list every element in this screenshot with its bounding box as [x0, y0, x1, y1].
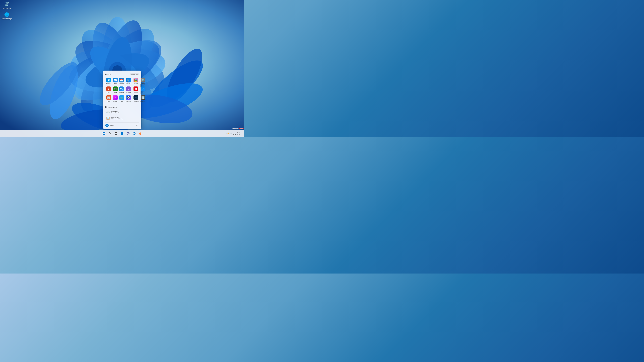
todo-icon: ✓ — [141, 86, 146, 91]
start-menu: Pinned All apps › Microsoft Edge ✉️ Mail… — [103, 70, 142, 129]
mail-icon: ✉️ — [113, 78, 118, 82]
recycle-bin-icon[interactable]: 🗑️ Recycle Bin — [1, 1, 12, 9]
app-news[interactable]: 📰 News — [105, 94, 112, 103]
get-started-title: Get Started — [111, 116, 124, 118]
svg-rect-35 — [115, 134, 116, 135]
svg-point-20 — [160, 44, 209, 107]
watermark: NOTEBOOK CHECK — [232, 128, 244, 129]
app-picsart[interactable]: P PicsArt — [113, 94, 118, 103]
power-button[interactable]: ⏻ — [135, 123, 139, 127]
tray-volume[interactable]: 🔊 — [230, 133, 232, 134]
app-twitter[interactable]: 🐦 Twitter — [119, 94, 124, 103]
taskbar-center — [101, 131, 143, 136]
task-view-button[interactable] — [113, 131, 119, 136]
store-label: Microsoft Store — [126, 83, 132, 84]
picsart-icon: P — [113, 95, 118, 100]
svg-point-26 — [34, 57, 84, 111]
user-name: Naren — [110, 124, 114, 126]
recommended-list: ☁️ OneDrive Recently added 🪟 Get Started… — [105, 109, 139, 121]
user-info[interactable]: N Naren — [105, 124, 114, 127]
messenger-icon: 💬 — [126, 95, 131, 100]
todo-label: To Do — [142, 92, 145, 93]
scroll-thumb — [140, 84, 140, 87]
svg-rect-27 — [103, 132, 104, 133]
twitter-label: Twitter — [120, 100, 124, 102]
edge-icon — [106, 78, 111, 82]
netflix-icon: N — [134, 86, 138, 91]
start-button[interactable] — [101, 131, 107, 136]
svg-rect-40 — [122, 133, 123, 135]
app-settings[interactable]: ⚙️ Settings — [140, 77, 146, 85]
search-button[interactable] — [107, 131, 113, 136]
app-messenger[interactable]: 💬 Messenger — [125, 94, 132, 103]
chat-button[interactable] — [126, 131, 131, 136]
settings-label: Settings — [141, 83, 146, 84]
app-calculator[interactable]: 🔢 Calculator — [140, 94, 146, 103]
svg-rect-28 — [104, 132, 105, 133]
notification-area[interactable] — [241, 132, 242, 136]
taskbar-clock[interactable]: 4:08 6/15/2021 — [233, 131, 240, 136]
calculator-icon: 🔢 — [141, 95, 146, 100]
app-netflix[interactable]: N Netflix — [132, 86, 139, 94]
edge-desktop-image: 🌐 — [4, 12, 10, 17]
svg-point-42 — [127, 133, 128, 134]
photoshop-label: Photoshop Elements — [133, 100, 139, 102]
clock-date: 6/15/2021 — [233, 134, 240, 136]
all-apps-button[interactable]: All apps › — [130, 73, 139, 75]
netflix-label: Netflix — [134, 92, 138, 93]
watermark-notebook: NOTEBOOK — [232, 128, 239, 129]
mail-label: Mail — [114, 83, 116, 84]
svg-rect-39 — [121, 134, 122, 135]
power-icon: ⏻ — [136, 124, 138, 126]
onedrive-title: OneDrive — [111, 110, 120, 112]
photos-icon: 🖼️ — [134, 78, 138, 82]
edge-taskbar[interactable] — [132, 131, 137, 136]
firefox-taskbar[interactable] — [138, 131, 143, 136]
settings-icon: ⚙️ — [141, 78, 146, 82]
recommended-label: Recommended — [105, 106, 139, 108]
svg-point-43 — [128, 133, 128, 134]
svg-point-47 — [140, 133, 140, 134]
software-icon: SW — [119, 86, 124, 91]
photoshop-icon: Ps — [134, 95, 138, 100]
widgets-button[interactable] — [120, 131, 125, 136]
app-office[interactable]: O Office — [105, 86, 112, 94]
all-apps-label: All apps — [131, 73, 137, 75]
scroll-bar[interactable] — [140, 84, 140, 94]
app-microsoft-store[interactable]: 🛒 Microsoft Store — [125, 77, 132, 85]
app-microsoft-edge[interactable]: Microsoft Edge — [105, 77, 112, 85]
xbox-icon: 🎮 — [113, 86, 118, 91]
photos-label: Photos — [134, 83, 138, 84]
taskbar-right: ^ 📶 🔊 4:08 6/15/2021 — [226, 131, 242, 136]
svg-rect-29 — [103, 134, 104, 135]
xbox-label: Xbox — [114, 92, 117, 93]
app-mail[interactable]: ✉️ Mail — [113, 77, 118, 85]
system-tray[interactable]: ^ 📶 🔊 — [226, 133, 232, 134]
app-software[interactable]: SW Software — [119, 86, 124, 94]
twitter-icon: 🐦 — [119, 95, 124, 100]
rec-onedrive[interactable]: ☁️ OneDrive Recently added — [105, 109, 139, 115]
svg-rect-38 — [122, 132, 123, 133]
microsoft-edge-desktop-icon[interactable]: 🌐 Microsoft Edge — [1, 12, 12, 20]
store-icon: 🛒 — [126, 78, 131, 82]
user-avatar-letter: N — [106, 124, 108, 126]
svg-rect-33 — [115, 132, 116, 133]
messenger-label: Messenger — [126, 100, 132, 102]
app-photos[interactable]: 🖼️ Photos — [132, 77, 139, 85]
tray-arrow[interactable]: ^ — [226, 133, 227, 134]
edge-label: Microsoft Edge — [106, 83, 112, 84]
pinned-apps-grid: Microsoft Edge ✉️ Mail 📅 Calendar 🛒 Micr… — [105, 77, 139, 103]
app-todo[interactable]: ✓ To Do — [140, 86, 146, 94]
rec-get-started[interactable]: 🪟 Get Started Welcome to Windows — [105, 115, 139, 121]
app-photoshop-elements[interactable]: Ps Photoshop Elements — [132, 94, 139, 103]
user-avatar: N — [105, 124, 109, 127]
software-label: Software — [119, 92, 124, 93]
pinned-label: Pinned — [105, 73, 111, 75]
app-cortana[interactable]: C Cortana — [125, 86, 132, 94]
cortana-icon: C — [126, 86, 131, 91]
start-menu-footer: N Naren ⏻ — [105, 122, 139, 127]
calendar-label: Calendar — [119, 83, 124, 84]
app-xbox[interactable]: 🎮 Xbox — [113, 86, 118, 94]
app-calendar[interactable]: 📅 Calendar — [119, 77, 124, 85]
svg-rect-34 — [116, 132, 117, 133]
